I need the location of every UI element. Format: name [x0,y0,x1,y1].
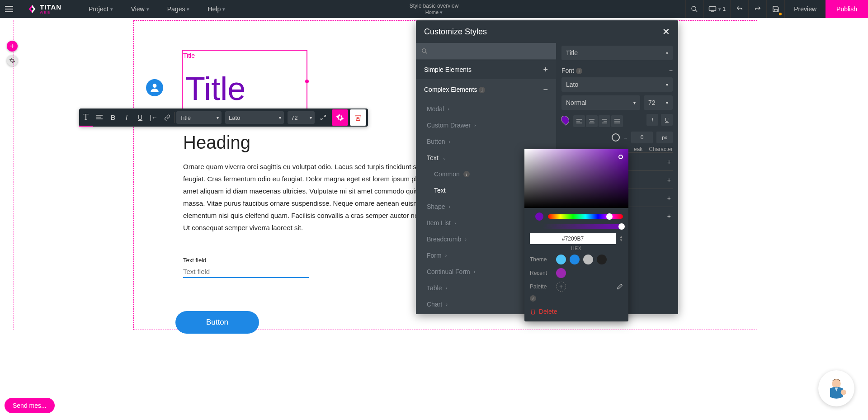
current-color-swatch [535,212,543,221]
font-family-select[interactable]: Lato [561,77,673,92]
letter-spacing-toggle[interactable] [612,133,620,142]
body-text-element[interactable]: Ornare quam viverra orci sagittis eu vol… [183,160,454,234]
search-icon [421,48,428,54]
right-tools: ▾ 1 Preview Publish [685,0,868,18]
hex-label: HEX [524,246,628,251]
simple-elements-section[interactable]: Simple Elements+ [416,60,556,79]
theme-swatch-1[interactable] [556,255,566,264]
undo-icon[interactable] [730,0,748,18]
tree-item-custom-drawer[interactable]: Custom Drawer› [416,117,556,133]
align-left-icon[interactable] [573,115,585,127]
svg-rect-2 [709,7,716,11]
heading-element[interactable]: Heading [183,132,250,153]
device-selector[interactable]: ▾ 1 [703,0,731,18]
menu-pages[interactable]: Pages ▾ [167,5,190,13]
textfield-input[interactable] [183,266,309,278]
logo-mark-icon [27,4,37,14]
close-icon[interactable]: ✕ [662,26,670,37]
underline-toggle-icon[interactable]: U [661,114,673,126]
redo-icon[interactable] [748,0,766,18]
saturation-cursor[interactable] [618,155,623,159]
theme-label: Theme [530,256,552,263]
svg-line-9 [425,52,427,54]
hue-thumb[interactable] [606,213,613,220]
style-settings-button[interactable] [332,109,348,126]
doc-page-text: Home [425,9,439,15]
preview-button[interactable]: Preview [784,0,826,18]
avatar-icon[interactable] [146,79,163,96]
help-mascot[interactable] [818,370,854,406]
hue-slider[interactable] [548,214,623,219]
palette-add-button[interactable]: + [556,282,566,292]
title-element[interactable]: Title [185,70,245,107]
format-stepper[interactable]: ▲▼ [619,235,623,242]
save-icon[interactable] [766,0,784,18]
size-select[interactable]: 72 [288,111,315,124]
svg-rect-24 [843,391,844,393]
collapse-font-icon[interactable]: − [669,67,673,74]
hex-input[interactable] [530,233,616,244]
search-icon[interactable] [685,0,703,18]
panel-title: Customize Styles [424,27,487,37]
indent-icon[interactable]: |← [147,109,160,127]
doc-title-text: Style basic overview [410,3,459,9]
spacing-chevron-icon[interactable]: ⌄ [623,135,627,141]
svg-point-8 [422,49,426,52]
palette-label: Palette [530,283,552,290]
document-title[interactable]: Style basic overview Home ▾ [410,3,459,15]
trash-icon [530,308,536,315]
recent-swatch-1[interactable] [556,268,566,278]
logo-text: TITAN [40,4,61,10]
align-right-icon[interactable] [599,115,610,127]
top-bar: TITAN WEB Project ▾ View ▾ Pages ▾ Help … [0,0,868,18]
theme-swatch-4[interactable] [597,255,607,264]
font-weight-select[interactable]: Normal [561,95,640,110]
align-justify-icon[interactable] [611,115,623,127]
complex-elements-section[interactable]: Complex Elements i− [416,80,556,99]
letter-spacing-input[interactable] [631,132,653,143]
tree-item-modal[interactable]: Modal› [416,101,556,117]
logo[interactable]: TITAN WEB [18,4,71,14]
publish-button[interactable]: Publish [826,0,868,18]
saturation-box[interactable] [524,149,628,208]
spacing-unit[interactable]: px [656,132,673,143]
target-select[interactable]: Title [561,46,673,60]
device-count: 1 [723,6,726,12]
font-select[interactable]: Lato [225,111,284,124]
theme-swatch-2[interactable] [570,255,580,264]
link-icon[interactable] [160,109,174,127]
color-delete-button[interactable]: Delete [524,302,628,315]
theme-swatch-3[interactable] [583,255,593,264]
style-select[interactable]: Title [176,111,222,124]
canvas-button[interactable]: Button [175,311,259,334]
logo-subtext: WEB [40,10,61,14]
character-label: Character [649,146,673,152]
italic-toggle-icon[interactable]: I [646,114,658,126]
align-icon[interactable] [93,109,106,127]
expand-icon[interactable] [316,109,330,127]
textfield-label: Text field [183,257,206,264]
underline-icon[interactable]: U [133,109,147,127]
font-size-select[interactable]: 72 [644,95,673,110]
panel-search[interactable] [416,43,556,59]
align-center-icon[interactable] [586,115,598,127]
palette-edit-icon[interactable] [617,283,623,290]
font-section-label: Font [561,67,574,74]
color-picker: ▲▼ HEX Theme Recent Palette + i Delete [524,149,628,321]
delete-element-button[interactable] [350,109,366,126]
font-color-swatch[interactable] [559,114,571,125]
alpha-slider[interactable] [542,224,623,229]
palette-info-icon[interactable]: i [530,295,536,302]
hamburger-icon[interactable] [0,0,18,18]
text-tool-icon[interactable]: T [79,109,93,127]
tree-item-button[interactable]: Button› [416,133,556,150]
panel-header: Customize Styles ✕ [416,20,678,43]
italic-icon[interactable]: I [120,109,133,127]
menu-project[interactable]: Project ▾ [89,5,113,13]
alpha-thumb[interactable] [618,223,625,230]
menu-view[interactable]: View ▾ [131,5,149,13]
text-toolbar: T B I U |← Title Lato 72 [79,109,368,127]
menu-help[interactable]: Help ▾ [208,5,225,13]
bold-icon[interactable]: B [106,109,120,127]
send-message-button[interactable]: Send mes... [5,398,55,413]
